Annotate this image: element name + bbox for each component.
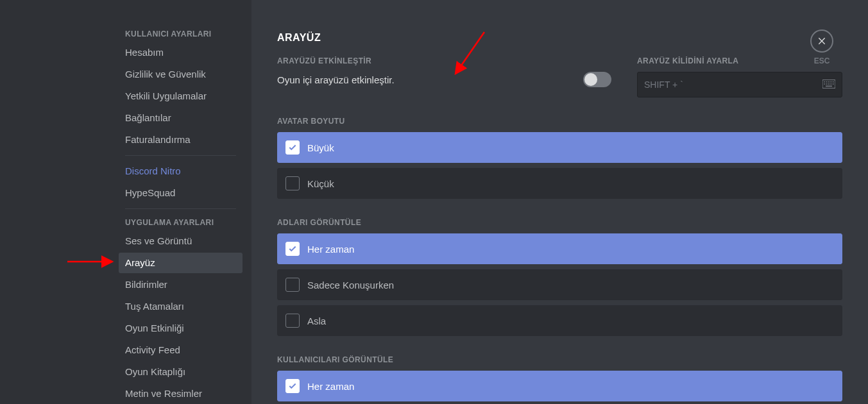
close-settings: ESC xyxy=(810,29,833,65)
sidebar-item-ses[interactable]: Ses ve Görüntü xyxy=(119,231,243,251)
close-label: ESC xyxy=(810,56,833,65)
close-button[interactable] xyxy=(810,29,833,53)
svg-rect-2 xyxy=(826,81,828,82)
sidebar-item-activity[interactable]: Activity Feed xyxy=(119,340,243,360)
sidebar-item-faturalandirma[interactable]: Faturalandırma xyxy=(119,130,243,150)
svg-rect-6 xyxy=(824,83,826,85)
option-label: Asla xyxy=(307,316,326,326)
avatar-size-section: AVATAR BOYUTU Büyük Küçük xyxy=(277,117,842,199)
enable-overlay-text: Oyun içi arayüzü etkinleştir. xyxy=(277,74,395,85)
option-her-zaman[interactable]: Her zaman xyxy=(277,233,842,264)
option-sadece-konusurken[interactable]: Sadece Konuşurken xyxy=(277,269,842,300)
option-her-zaman-2[interactable]: Her zaman xyxy=(277,371,842,401)
checkbox-icon xyxy=(285,140,300,155)
enable-overlay-toggle[interactable] xyxy=(583,72,611,87)
keyboard-icon xyxy=(822,80,835,90)
sidebar-item-yetkili[interactable]: Yetkili Uygulamalar xyxy=(119,86,243,106)
enable-overlay-row: ARAYÜZÜ ETKİNLEŞTİR Oyun içi arayüzü etk… xyxy=(277,56,842,97)
checkbox-icon xyxy=(285,278,300,292)
enable-overlay-label: ARAYÜZÜ ETKİNLEŞTİR xyxy=(277,56,611,65)
sidebar-group-header: KULLANICI AYARLARI xyxy=(119,26,243,42)
display-names-section: ADLARI GÖRÜNTÜLE Her zaman Sadece Konuşu… xyxy=(277,218,842,336)
option-label: Büyük xyxy=(307,142,334,153)
option-label: Her zaman xyxy=(307,381,354,392)
option-asla[interactable]: Asla xyxy=(277,305,842,336)
option-buyuk[interactable]: Büyük xyxy=(277,132,842,163)
display-users-label: KULLANICILARI GÖRÜNTÜLE xyxy=(277,355,842,364)
svg-rect-10 xyxy=(833,83,834,85)
toggle-knob xyxy=(584,73,597,86)
sidebar-item-hesabim[interactable]: Hesabım xyxy=(119,42,243,63)
settings-sidebar: KULLANICI AYARLARI Hesabım Gizlilik ve G… xyxy=(0,0,251,404)
checkbox-icon xyxy=(285,314,300,328)
option-label: Her zaman xyxy=(307,244,354,255)
page-title: ARAYÜZ xyxy=(277,32,842,44)
close-icon xyxy=(817,36,827,46)
svg-rect-7 xyxy=(826,83,828,85)
sidebar-group-header: UYGULAMA AYARLARI xyxy=(119,214,243,231)
display-names-label: ADLARI GÖRÜNTÜLE xyxy=(277,218,842,227)
settings-content: ARAYÜZ ARAYÜZÜ ETKİNLEŞTİR Oyun içi aray… xyxy=(251,0,868,404)
svg-rect-11 xyxy=(826,85,832,87)
svg-rect-4 xyxy=(831,81,832,82)
checkbox-icon xyxy=(285,379,300,393)
svg-rect-1 xyxy=(824,81,826,82)
svg-rect-5 xyxy=(833,81,834,82)
sidebar-item-gizlilik[interactable]: Gizlilik ve Güvenlik xyxy=(119,64,243,85)
sidebar-item-arayuz[interactable]: Arayüz xyxy=(119,253,243,273)
sidebar-item-kitaplik[interactable]: Oyun Kitaplığı xyxy=(119,362,243,382)
sidebar-item-hypesquad[interactable]: HypeSquad xyxy=(119,183,243,203)
sidebar-item-nitro[interactable]: Discord Nitro xyxy=(119,161,243,181)
checkbox-icon xyxy=(285,176,300,190)
sidebar-item-tus[interactable]: Tuş Atamaları xyxy=(119,296,243,317)
sidebar-separator xyxy=(125,155,236,156)
sidebar-item-baglantilar[interactable]: Bağlantılar xyxy=(119,108,243,128)
sidebar-item-bildirimler[interactable]: Bildirimler xyxy=(119,274,243,295)
option-kucuk[interactable]: Küçük xyxy=(277,168,842,199)
option-label: Sadece Konuşurken xyxy=(307,280,394,290)
overlay-lock-keybind[interactable]: SHIFT + ` xyxy=(637,72,842,97)
sidebar-item-oyun[interactable]: Oyun Etkinliği xyxy=(119,318,243,339)
checkbox-icon xyxy=(285,242,300,256)
svg-rect-9 xyxy=(831,83,832,85)
keybind-value: SHIFT + ` xyxy=(644,80,683,90)
option-label: Küçük xyxy=(307,178,334,189)
sidebar-separator xyxy=(125,208,236,209)
sidebar-item-metin[interactable]: Metin ve Resimler xyxy=(119,383,243,404)
display-users-section: KULLANICILARI GÖRÜNTÜLE Her zaman Sadece… xyxy=(277,355,842,404)
avatar-size-label: AVATAR BOYUTU xyxy=(277,117,842,126)
svg-rect-3 xyxy=(828,81,830,82)
svg-rect-8 xyxy=(828,83,830,85)
